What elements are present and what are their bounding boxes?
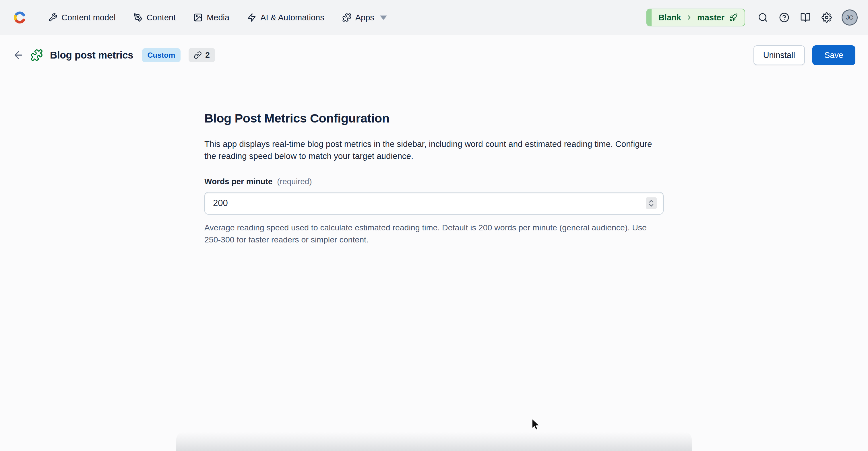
search-button[interactable] (754, 8, 772, 27)
puzzle-icon (342, 13, 351, 22)
field-help-text: Average reading speed used to calculate … (205, 222, 663, 246)
nav-label: Content (147, 13, 176, 22)
nav-item-content[interactable]: Content (127, 8, 183, 27)
app-config-form: Blog Post Metrics Configuration This app… (205, 111, 663, 246)
avatar-initials: JC (846, 14, 854, 21)
number-stepper[interactable] (646, 197, 657, 209)
gear-icon (822, 12, 832, 23)
mouse-cursor (531, 418, 541, 431)
wrench-icon (48, 13, 57, 22)
uninstall-button[interactable]: Uninstall (753, 45, 805, 65)
field-required-note: (required) (277, 177, 312, 186)
stepper-down-icon[interactable] (649, 204, 654, 207)
user-avatar[interactable]: JC (842, 9, 858, 26)
main-nav: Content model Content Media AI & Automat… (41, 8, 399, 27)
nav-item-media[interactable]: Media (187, 8, 236, 27)
custom-badge: Custom (142, 48, 181, 62)
arrow-left-icon (12, 50, 24, 61)
stepper-up-icon[interactable] (649, 200, 654, 203)
nav-label: Apps (355, 13, 374, 22)
help-button[interactable] (775, 8, 794, 27)
nav-label: Content model (61, 13, 116, 22)
linked-entries-badge[interactable]: 2 (189, 48, 215, 62)
nav-label: AI & Automations (260, 13, 324, 22)
app-puzzle-icon (30, 49, 43, 61)
book-icon (800, 12, 811, 23)
config-description: This app displays real-time blog post me… (205, 138, 663, 162)
nav-label: Media (207, 13, 229, 22)
words-per-minute-field: Words per minute (required) Average read… (205, 177, 663, 246)
back-button[interactable] (12, 50, 24, 61)
top-navigation-bar: Content model Content Media AI & Automat… (0, 0, 868, 35)
contentful-logo-icon[interactable] (12, 10, 28, 25)
chevron-right-icon (686, 14, 693, 21)
link-icon (194, 51, 202, 59)
config-heading: Blog Post Metrics Configuration (205, 111, 663, 125)
app-page-header: Blog post metrics Custom 2 Uninstall Sav… (0, 43, 868, 67)
words-per-minute-input[interactable] (205, 192, 663, 215)
nav-item-apps[interactable]: Apps (335, 8, 395, 27)
lightning-icon (247, 13, 256, 22)
docs-button[interactable] (796, 8, 815, 27)
page-title: Blog post metrics (50, 50, 133, 61)
rocket-icon (729, 13, 738, 22)
save-button[interactable]: Save (812, 45, 856, 65)
environment-switcher[interactable]: Blank master (646, 9, 745, 26)
search-icon (758, 12, 768, 23)
bottom-sheet-shadow (176, 432, 692, 451)
environment-name: master (697, 13, 724, 22)
image-icon (193, 13, 203, 22)
environment-accent-bar (647, 9, 652, 26)
field-label: Words per minute (205, 177, 273, 186)
pen-nib-icon (133, 13, 143, 22)
nav-item-content-model[interactable]: Content model (41, 8, 123, 27)
chevron-down-icon (379, 13, 388, 22)
space-name: Blank (658, 13, 681, 22)
help-icon (779, 12, 789, 23)
settings-button[interactable] (817, 8, 836, 27)
link-count: 2 (205, 51, 210, 60)
topbar-right-group: Blank master JC (646, 8, 858, 27)
nav-item-ai-automations[interactable]: AI & Automations (240, 8, 331, 27)
